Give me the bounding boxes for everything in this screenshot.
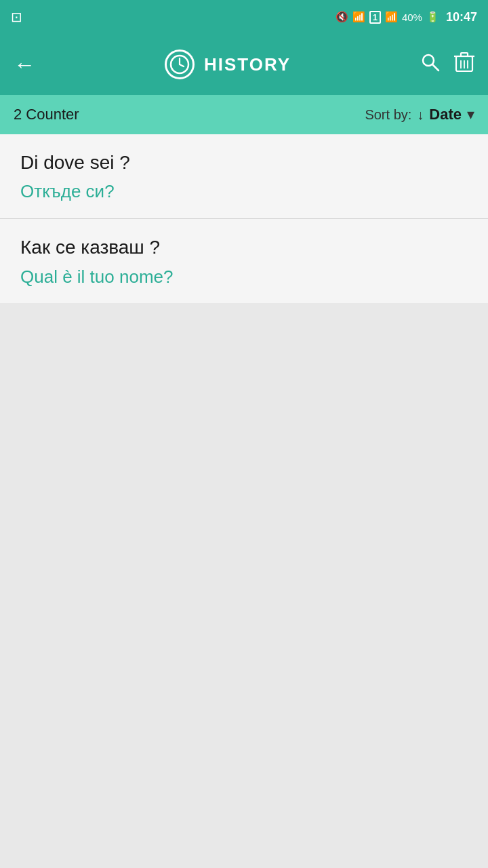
sort-by-label: Sort by: (365, 107, 411, 123)
sim-icon: 1 (369, 11, 381, 24)
signal-icon: 📶 (385, 11, 398, 23)
mute-icon: 🔇 (336, 11, 348, 23)
sort-controls[interactable]: Sort by: ↓ Date ▾ (365, 106, 474, 123)
history-clock-icon (165, 50, 195, 79)
status-time: 10:47 (446, 10, 477, 24)
svg-line-4 (432, 64, 439, 71)
list-item[interactable]: Di dove sei ? Откъде си? (0, 134, 488, 219)
empty-content-area (0, 303, 488, 868)
counter-label: 2 Counter (14, 106, 365, 123)
history-list: Di dove sei ? Откъде си? Как се казваш ?… (0, 134, 488, 303)
sort-direction-icon: ↓ (417, 107, 424, 123)
battery-percentage: 40% (402, 12, 422, 23)
screenshot-icon: ⊡ (11, 9, 22, 25)
sort-dropdown-icon[interactable]: ▾ (467, 106, 474, 123)
list-item[interactable]: Как се казваш ? Qual è il tuo nome? (0, 219, 488, 303)
sort-bar: 2 Counter Sort by: ↓ Date ▾ (0, 95, 488, 134)
battery-icon: 🔋 (426, 11, 439, 23)
svg-line-2 (180, 64, 184, 66)
sort-value: Date (429, 106, 462, 123)
status-bar: ⊡ 🔇 📶 1 📶 40% 🔋 10:47 (0, 0, 488, 34)
trash-icon (454, 51, 474, 74)
delete-button[interactable] (454, 51, 474, 79)
search-button[interactable] (420, 52, 441, 77)
toolbar-title-area: HISTORY (46, 50, 409, 79)
toolbar-title: HISTORY (204, 54, 291, 75)
clock-svg (169, 54, 190, 75)
status-bar-right: 🔇 📶 1 📶 40% 🔋 10:47 (336, 10, 477, 24)
search-icon (420, 52, 441, 73)
item-translation-text: Откъде си? (20, 180, 468, 203)
toolbar-actions (420, 51, 474, 79)
svg-rect-7 (461, 53, 468, 56)
status-bar-left: ⊡ (11, 9, 22, 25)
item-original-text: Как се казваш ? (20, 235, 468, 260)
back-button[interactable]: ← (14, 52, 35, 77)
toolbar: ← HISTORY (0, 34, 488, 95)
item-translation-text: Qual è il tuo nome? (20, 266, 468, 289)
item-original-text: Di dove sei ? (20, 151, 468, 175)
wifi-icon: 📶 (352, 11, 365, 23)
